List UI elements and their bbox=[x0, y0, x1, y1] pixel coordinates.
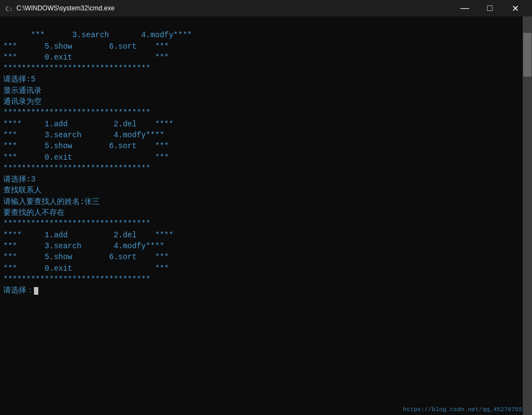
line-12: *** 0.exit *** bbox=[3, 153, 169, 162]
scrollbar[interactable] bbox=[523, 16, 532, 415]
cmd-window: C:\ C:\WINDOWS\system32\cmd.exe — □ ✕ **… bbox=[0, 0, 532, 415]
line-7: 通讯录为空 bbox=[3, 97, 42, 106]
maximize-button[interactable]: □ bbox=[477, 0, 502, 16]
line-24: 请选择： bbox=[3, 286, 38, 295]
line-8: ******************************** bbox=[3, 108, 151, 117]
line-22: *** 0.exit *** bbox=[3, 264, 169, 273]
line-1: *** 3.search 4.modfy**** bbox=[31, 31, 192, 39]
line-21: *** 5.show 6.sort *** bbox=[3, 253, 169, 261]
line-20: *** 3.search 4.modfy**** bbox=[3, 242, 164, 250]
window-title: C:\WINDOWS\system32\cmd.exe bbox=[16, 4, 452, 12]
line-14: 请选择:3 bbox=[3, 175, 36, 184]
line-18: ******************************** bbox=[3, 219, 151, 228]
svg-text:C:\: C:\ bbox=[5, 5, 13, 13]
line-5: 请选择:5 bbox=[3, 75, 36, 84]
line-23: ******************************** bbox=[3, 275, 151, 284]
line-19: **** 1.add 2.del **** bbox=[3, 231, 174, 239]
line-17: 要查找的人不存在 bbox=[3, 208, 65, 217]
line-10: *** 3.search 4.modfy**** bbox=[3, 131, 164, 139]
line-2: *** 5.show 6.sort *** bbox=[3, 42, 169, 51]
watermark: https://blog.csdn.net/qq_45270755 bbox=[403, 406, 522, 413]
cursor bbox=[34, 287, 38, 295]
minimize-button[interactable]: — bbox=[452, 0, 477, 16]
line-11: *** 5.show 6.sort *** bbox=[3, 142, 169, 150]
close-button[interactable]: ✕ bbox=[502, 0, 528, 16]
console-area: *** 3.search 4.modfy**** *** 5.show 6.so… bbox=[0, 16, 532, 415]
line-4: ******************************** bbox=[3, 64, 151, 73]
line-16: 请输入要查找人的姓名:张三 bbox=[3, 197, 100, 206]
line-9: **** 1.add 2.del **** bbox=[3, 120, 174, 128]
line-13: ******************************** bbox=[3, 164, 151, 173]
window-controls: — □ ✕ bbox=[452, 0, 528, 16]
scrollbar-thumb[interactable] bbox=[523, 33, 531, 77]
cmd-icon: C:\ bbox=[4, 4, 13, 13]
line-6: 显示通讯录 bbox=[3, 86, 42, 95]
line-15: 查找联系人 bbox=[3, 186, 42, 195]
line-3: *** 0.exit *** bbox=[3, 53, 169, 62]
console-output[interactable]: *** 3.search 4.modfy**** *** 5.show 6.so… bbox=[0, 16, 523, 415]
titlebar: C:\ C:\WINDOWS\system32\cmd.exe — □ ✕ bbox=[0, 0, 532, 16]
